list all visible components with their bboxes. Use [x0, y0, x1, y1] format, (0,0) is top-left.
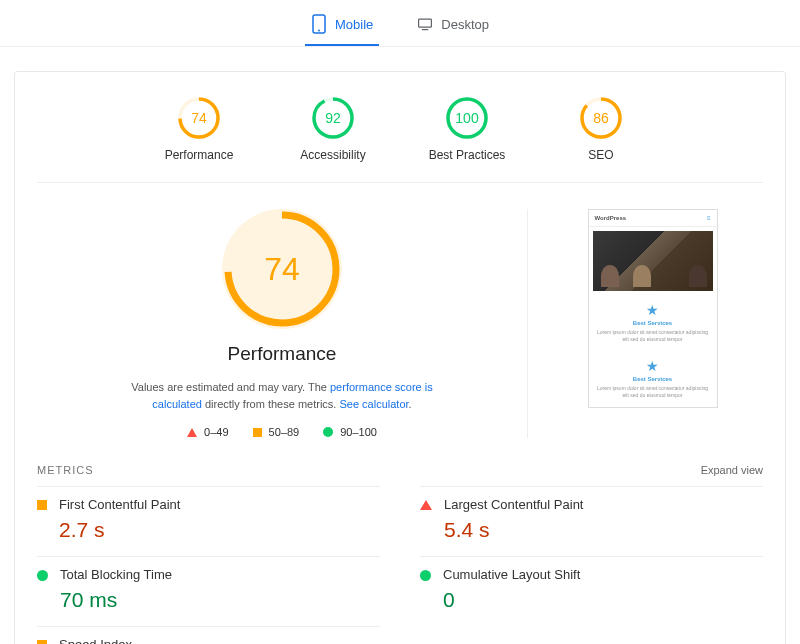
gauge-value: 74 — [177, 96, 221, 140]
gauge-value: 92 — [311, 96, 355, 140]
device-tabs: Mobile Desktop — [0, 0, 800, 47]
tab-mobile-label: Mobile — [335, 17, 373, 32]
expand-view-button[interactable]: Expand view — [701, 464, 763, 476]
gauge: 100 — [445, 96, 489, 140]
metrics-grid: First Contentful Paint 2.7 s Largest Con… — [37, 486, 763, 644]
legend-bad: 0–49 — [187, 426, 228, 438]
score-legend: 0–49 50–89 90–100 — [57, 426, 507, 438]
performance-detail: 74 Performance Values are estimated and … — [37, 209, 528, 438]
score-seo[interactable]: 86 SEO — [556, 96, 646, 162]
tab-mobile[interactable]: Mobile — [305, 10, 379, 46]
metric-first-contentful-paint: First Contentful Paint 2.7 s — [37, 486, 380, 556]
svg-rect-2 — [419, 19, 432, 27]
score-best-practices[interactable]: 100 Best Practices — [422, 96, 512, 162]
page-preview-thumbnail: WordPress≡ ★ Best Services Lorem ipsum d… — [588, 209, 718, 408]
legend-good: 90–100 — [323, 426, 377, 438]
metric-speed-index: Speed Index 4.2 s — [37, 626, 380, 644]
metric-name: Cumulative Layout Shift — [443, 567, 580, 582]
metric-value: 70 ms — [60, 588, 172, 612]
metric-name: Total Blocking Time — [60, 567, 172, 582]
gauge-value: 100 — [445, 96, 489, 140]
score-performance[interactable]: 74 Performance — [154, 96, 244, 162]
tab-desktop[interactable]: Desktop — [411, 10, 495, 46]
metric-status-icon — [37, 500, 47, 542]
metric-name: Largest Contentful Paint — [444, 497, 583, 512]
tab-desktop-label: Desktop — [441, 17, 489, 32]
metric-cumulative-layout-shift: Cumulative Layout Shift 0 — [420, 556, 763, 626]
metric-value: 5.4 s — [444, 518, 583, 542]
metric-largest-contentful-paint: Largest Contentful Paint 5.4 s — [420, 486, 763, 556]
mobile-icon — [311, 14, 327, 34]
gauge-label: Accessibility — [288, 148, 378, 162]
performance-gauge-value: 74 — [222, 209, 342, 329]
metric-status-icon — [37, 570, 48, 612]
gauge-label: Best Practices — [422, 148, 512, 162]
desktop-icon — [417, 14, 433, 34]
gauge: 92 — [311, 96, 355, 140]
square-icon — [253, 428, 262, 437]
svg-point-1 — [318, 30, 320, 32]
performance-description: Values are estimated and may vary. The p… — [112, 379, 452, 412]
metric-name: First Contentful Paint — [59, 497, 180, 512]
metric-status-icon — [37, 640, 47, 644]
gauge-label: SEO — [556, 148, 646, 162]
gauge: 86 — [579, 96, 623, 140]
circle-icon — [323, 427, 333, 437]
metrics-heading: METRICS — [37, 464, 94, 476]
metric-total-blocking-time: Total Blocking Time 70 ms — [37, 556, 380, 626]
gauge-label: Performance — [154, 148, 244, 162]
legend-avg: 50–89 — [253, 426, 300, 438]
metric-name: Speed Index — [59, 637, 132, 644]
gauge-value: 86 — [579, 96, 623, 140]
score-accessibility[interactable]: 92 Accessibility — [288, 96, 378, 162]
metric-status-icon — [420, 500, 432, 542]
gauge: 74 — [177, 96, 221, 140]
score-summary-row: 74 Performance 92 Accessibility 100 — [37, 90, 763, 183]
triangle-icon — [187, 428, 197, 437]
metric-value: 2.7 s — [59, 518, 180, 542]
report-card: 74 Performance 92 Accessibility 100 — [14, 71, 786, 644]
see-calculator-link[interactable]: See calculator — [339, 398, 408, 410]
metric-status-icon — [420, 570, 431, 612]
performance-gauge: 74 — [222, 209, 342, 329]
performance-title: Performance — [57, 343, 507, 365]
metric-value: 0 — [443, 588, 580, 612]
